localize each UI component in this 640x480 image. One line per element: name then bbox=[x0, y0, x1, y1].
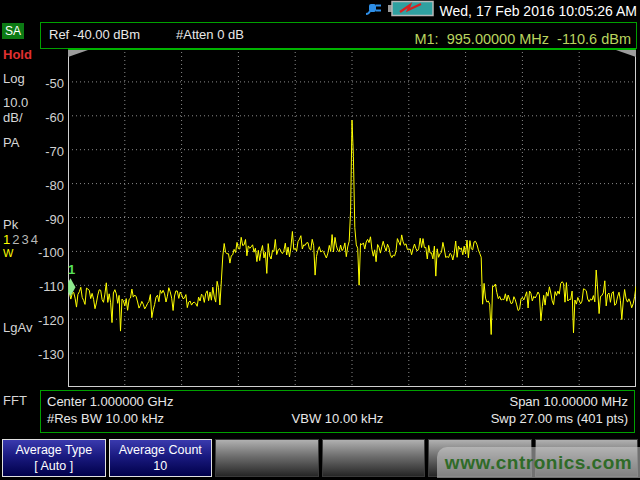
softkey-label: Average Count bbox=[119, 442, 202, 458]
battery-icon bbox=[388, 0, 434, 21]
detector-indicator: Pk bbox=[3, 217, 18, 232]
attenuation: #Atten 0 dB bbox=[176, 27, 244, 42]
y-axis-label: -120 bbox=[34, 314, 64, 328]
active-trace-number: 1 bbox=[3, 232, 12, 247]
mode-badge: SA bbox=[2, 23, 24, 39]
softkey-blank-3[interactable] bbox=[215, 439, 319, 477]
softkey-average-count[interactable]: Average Count 10 bbox=[109, 439, 213, 477]
softkey-label: Average Type bbox=[15, 442, 92, 458]
y-axis-label: -110 bbox=[34, 280, 64, 294]
watermark: www.cntronics.com bbox=[437, 447, 640, 478]
y-axis-label: -100 bbox=[34, 246, 64, 260]
sweep-hold-indicator: Hold bbox=[3, 47, 32, 62]
trace-numbers: 1234 bbox=[3, 232, 40, 247]
softkey-value: [ Auto ] bbox=[34, 458, 73, 474]
marker-number: 1 bbox=[68, 262, 75, 277]
sweep-time: Swp 27.00 ms (401 pts) bbox=[491, 411, 628, 426]
top-status-bar: Wed, 17 Feb 2016 10:05:26 AM bbox=[0, 0, 640, 21]
y-axis-label: -60 bbox=[34, 111, 64, 125]
y-axis-label: -80 bbox=[34, 179, 64, 193]
scale-type: Log bbox=[3, 71, 25, 86]
power-plug-icon bbox=[365, 1, 382, 20]
fft-indicator: FFT bbox=[3, 393, 27, 408]
preamp-indicator: PA bbox=[3, 135, 19, 150]
span: Span 10.00000 MHz bbox=[509, 394, 628, 409]
softkey-blank-4[interactable] bbox=[322, 439, 426, 477]
average-type-indicator: LgAv bbox=[3, 320, 32, 335]
scale-unit: dB/ bbox=[3, 110, 23, 125]
softkey-value: 10 bbox=[153, 458, 167, 474]
trace-canvas: 1 bbox=[68, 48, 636, 387]
spectrum-plot: 1 bbox=[68, 48, 636, 387]
marker-readout: M1: 995.00000 MHz -110.6 dBm bbox=[414, 31, 631, 47]
trace-state: W bbox=[3, 247, 13, 259]
softkey-average-type[interactable]: Average Type [ Auto ] bbox=[2, 439, 106, 477]
y-axis-label: -70 bbox=[34, 145, 64, 159]
y-axis-label: -90 bbox=[34, 213, 64, 227]
y-axis-label: -130 bbox=[34, 348, 64, 362]
y-axis-label: -50 bbox=[34, 77, 64, 91]
instrument-screen: Wed, 17 Feb 2016 10:05:26 AM SA Ref -40.… bbox=[0, 0, 640, 480]
measurement-header: Ref -40.00 dBm #Atten 0 dB M1: 995.00000… bbox=[40, 22, 637, 49]
sweep-annotation-box: Center 1.000000 GHz Span 10.00000 MHz #R… bbox=[40, 390, 635, 433]
inactive-trace-numbers: 234 bbox=[12, 232, 40, 247]
scale-per-div: 10.0 bbox=[3, 95, 28, 110]
ref-level: Ref -40.00 dBm bbox=[49, 27, 140, 42]
center-frequency: Center 1.000000 GHz bbox=[47, 394, 173, 409]
datetime: Wed, 17 Feb 2016 10:05:26 AM bbox=[440, 3, 637, 19]
